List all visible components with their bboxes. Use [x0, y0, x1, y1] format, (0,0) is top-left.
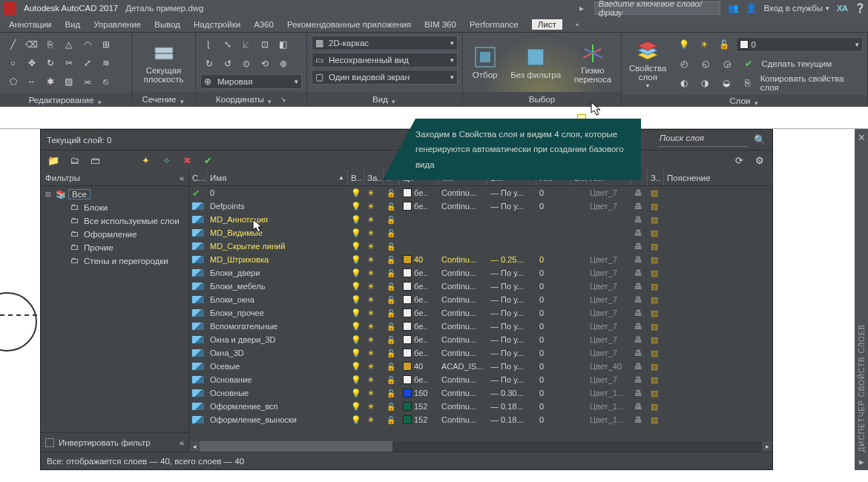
layer-row[interactable]: MD_Аннотация💡☀🔓🖶▨: [189, 213, 772, 226]
move-gizmo-button[interactable]: Гизмо переноса: [571, 39, 614, 85]
trim-icon[interactable]: ✂: [60, 54, 77, 71]
ucs-z-icon[interactable]: ⤡: [219, 36, 236, 53]
ucs-y-icon[interactable]: ↺: [219, 55, 236, 72]
copy-icon[interactable]: ⎘: [42, 36, 59, 53]
ucs-world-icon[interactable]: ⊕: [274, 55, 292, 72]
layer-row[interactable]: MD_Скрытие линий💡☀🔓🖶▨: [189, 240, 772, 253]
circle-icon[interactable]: ○: [4, 54, 22, 71]
new-layer-freeze-icon[interactable]: ✧: [160, 153, 173, 167]
ucs-obj-icon[interactable]: ⊙: [237, 55, 254, 72]
help-icon[interactable]: ❔: [855, 3, 865, 13]
filters-collapse-icon[interactable]: «: [180, 174, 184, 182]
palette-side-strip[interactable]: ✕ ДИСПЕТЧЕР СВОЙСТВ СЛОЕВ ▸: [855, 129, 868, 470]
panel-title-coords[interactable]: Координаты↘: [196, 92, 306, 107]
layer-row[interactable]: Окна и двери_3D💡☀🔓бе..Continu...— По у..…: [189, 333, 772, 346]
layer-row[interactable]: Осевые💡☀🔓40ACAD_IS...— По у...0Цвет_40🖶▨: [189, 360, 772, 373]
layer-states-icon[interactable]: 🗃: [88, 153, 102, 167]
layer-freeze-icon[interactable]: ☀: [696, 36, 713, 53]
filter-item[interactable]: 🗀Стены и перегородки: [44, 254, 185, 268]
layer-prev-icon[interactable]: ◑: [697, 75, 714, 92]
mirror-icon[interactable]: △: [60, 36, 77, 53]
layer-row[interactable]: Defpoints💡☀🔓бе..Continu...— По у...0Цвет…: [189, 199, 772, 213]
ribbon-tab[interactable]: A360: [254, 20, 274, 29]
ucs-icon[interactable]: ⌊: [200, 36, 217, 53]
ribbon-tab[interactable]: Надстройки: [194, 20, 240, 29]
layer-row[interactable]: MD_Штриховка💡☀🔓40Continu...— 0.25...0Цве…: [189, 253, 772, 266]
ribbon-tab[interactable]: Рекомендованные приложения: [287, 20, 411, 29]
layer-search-input[interactable]: Поиск слоя: [658, 133, 747, 147]
erase-icon[interactable]: ⌫: [23, 36, 40, 53]
filter-item[interactable]: 🗀Блоки: [44, 201, 185, 214]
explode-icon[interactable]: ✱: [42, 73, 59, 90]
join-icon[interactable]: ⫘: [79, 73, 96, 90]
current-layer-combo[interactable]: 0: [736, 37, 864, 52]
section-plane-button[interactable]: Секущая плоскость: [141, 39, 187, 85]
layer-row[interactable]: ✔0💡☀🔓бе..Continu...— По у...0Цвет_7🖶▨: [189, 186, 772, 199]
ucs-prev-icon[interactable]: ⟲: [256, 55, 273, 72]
filter-selection-button[interactable]: Отбор: [470, 44, 501, 81]
layer-row[interactable]: Оформление_выноски💡☀🔓152Continu...— 0.18…: [189, 413, 772, 426]
layer-lock-icon[interactable]: 🔓: [716, 36, 733, 53]
new-property-filter-icon[interactable]: 📁: [47, 153, 60, 167]
layer-on-icon[interactable]: 💡: [676, 36, 693, 53]
layer-row[interactable]: Блоки_прочее💡☀🔓бе..Continu...— По у...0Ц…: [189, 306, 772, 320]
ucs-3p-icon[interactable]: ⟀: [237, 36, 254, 53]
filter-all[interactable]: ⊟📚Все: [44, 188, 185, 201]
refresh-icon[interactable]: ⟳: [732, 153, 746, 167]
scale-icon[interactable]: ⤢: [79, 54, 96, 71]
polygon-icon[interactable]: ⬠: [4, 73, 22, 90]
ucs-combo[interactable]: ⊕Мировая: [200, 74, 302, 89]
settings-icon[interactable]: ⚙: [753, 153, 766, 167]
layer-row[interactable]: Окна_3D💡☀🔓бе..Continu...— По у...0Цвет_7…: [189, 346, 772, 360]
layer-row[interactable]: Оформление_всп💡☀🔓152Continu...— 0.18...0…: [189, 400, 772, 413]
layer-iso-icon[interactable]: ◴: [676, 55, 693, 72]
panel-title-view[interactable]: Вид: [307, 92, 462, 107]
ucs-view-icon[interactable]: ⊡: [256, 36, 273, 53]
sign-in-button[interactable]: Вход в службы▾: [763, 4, 829, 13]
new-group-filter-icon[interactable]: 🗂: [68, 153, 81, 167]
layer-row[interactable]: Блоки_мебель💡☀🔓бе..Continu...— По у...0Ц…: [189, 280, 772, 293]
layer-properties-button[interactable]: Свойства слоя▾: [626, 37, 670, 91]
filter-item[interactable]: 🗀Оформление: [44, 228, 185, 241]
layer-grid-body[interactable]: ✔0💡☀🔓бе..Continu...— По у...0Цвет_7🖶▨Def…: [189, 186, 772, 441]
ribbon-tab[interactable]: Лист: [532, 19, 562, 30]
horizontal-scrollbar[interactable]: ◂▸: [189, 441, 772, 452]
keyword-search[interactable]: Введите ключевое слово/фразу: [594, 1, 720, 15]
layer-row[interactable]: Блоки_двери💡☀🔓бе..Continu...— По у...0Цв…: [189, 266, 772, 280]
palette-menu-icon[interactable]: ▸: [859, 456, 864, 467]
filter-tree[interactable]: ⊟📚Все 🗀Блоки🗀Все используемые слои🗀Оформ…: [41, 186, 188, 432]
layer-row[interactable]: Блоки_окна💡☀🔓бе..Continu...— По у...0Цве…: [189, 293, 772, 306]
ribbon-tab[interactable]: Управление: [93, 20, 141, 29]
ribbon-tab[interactable]: Вывод: [154, 20, 180, 29]
layer-row[interactable]: Вспомогательные💡☀🔓бе..Continu...— По у..…: [189, 320, 772, 333]
move-icon[interactable]: ✥: [23, 54, 40, 71]
stretch-icon[interactable]: ↔: [23, 73, 40, 90]
panel-title-edit[interactable]: Редактирование: [0, 93, 131, 107]
offset-icon[interactable]: ≋: [97, 54, 114, 71]
visual-style-combo[interactable]: ▦2D-каркас: [312, 36, 458, 50]
fillet-icon[interactable]: ◠: [79, 36, 96, 53]
chevron-right-icon[interactable]: ▸: [576, 3, 587, 13]
layer-state-icon[interactable]: ◒: [718, 75, 735, 92]
close-icon[interactable]: ✕: [858, 132, 866, 143]
layer-copy-icon[interactable]: ⎘: [739, 75, 756, 92]
layer-match-icon[interactable]: ✔: [740, 55, 757, 72]
layer-make-icon[interactable]: ◶: [719, 55, 736, 72]
ribbon-tab[interactable]: Аннотации: [9, 20, 51, 29]
ucs-x-icon[interactable]: ↻: [200, 55, 217, 72]
users-icon[interactable]: 👥: [728, 3, 738, 13]
break-icon[interactable]: ⎋: [97, 73, 114, 90]
hatch-icon[interactable]: ▨: [60, 73, 77, 90]
ribbon-tab[interactable]: Performance: [470, 20, 519, 29]
layer-off-icon[interactable]: ◵: [697, 55, 714, 72]
layer-make-current[interactable]: Сделать текущим: [762, 59, 832, 68]
viewport-combo[interactable]: ▢Один видовой экран: [312, 70, 458, 85]
ucs-face-icon[interactable]: ◧: [274, 36, 292, 53]
layer-row[interactable]: Основные💡☀🔓160Continu...— 0.30...0Цвет_1…: [189, 386, 772, 400]
layer-row[interactable]: Основание💡☀🔓бе..Continu...— По у...0Цвет…: [189, 373, 772, 386]
ribbon-tab[interactable]: Вид: [65, 20, 80, 29]
filters-expand-icon[interactable]: «: [180, 438, 184, 447]
new-layer-icon[interactable]: ✦: [139, 153, 152, 167]
array-icon[interactable]: ⊞: [97, 36, 114, 53]
layer-walk-icon[interactable]: ◐: [676, 75, 693, 92]
